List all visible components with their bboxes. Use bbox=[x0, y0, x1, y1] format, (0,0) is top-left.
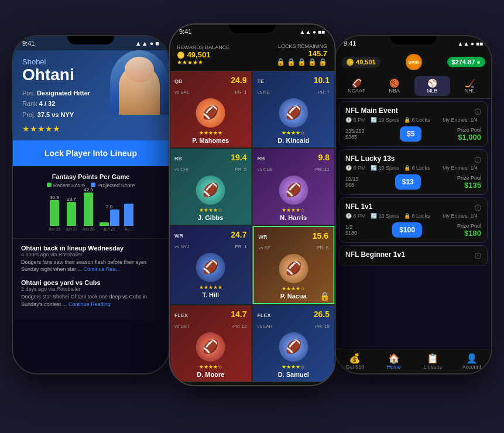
account-icon: 👤 bbox=[452, 353, 492, 364]
news-meta-1: 4 hours ago via Rotoballer bbox=[21, 252, 160, 257]
enter-btn-1[interactable]: $5 bbox=[400, 126, 421, 142]
left-phone: 9:41 ▲▲ ● ■ Shohei Ohtani Pos. Designate… bbox=[12, 35, 170, 374]
player-card-kincaid[interactable]: TEvs NE 10.1PR: 7 🏈 ★★★★☆ D. Kincaid bbox=[253, 71, 335, 147]
locks-icons: 🔒 🔒 🔒 🔒 🔒 bbox=[276, 58, 327, 66]
nhl-icon: 🏒 bbox=[454, 78, 487, 88]
avatar-kincaid: 🏈 bbox=[279, 98, 308, 128]
enter-btn-3[interactable]: $100 bbox=[392, 222, 422, 238]
mlb-icon: ⚾ bbox=[416, 78, 449, 88]
locks-label: Locks Remaining bbox=[278, 43, 327, 49]
lock-4: 🔒 bbox=[308, 58, 317, 66]
contest-main-event: NFL Main Event ⓘ 🕐 6 PM 🔄 10 Spins 🔒 6 L… bbox=[339, 101, 488, 147]
avatar-nacua: 🏈 bbox=[279, 254, 308, 283]
contest-meta-2: 🕐 6 PM 🔄 10 Spins 🔒 6 Locks My Entries: … bbox=[345, 165, 481, 171]
contest-1v1: NFL 1v1 ⓘ 🕐 6 PM 🔄 10 Spins 🔒 6 Locks My… bbox=[339, 197, 488, 243]
contest-title-3: NFL 1v1 bbox=[345, 202, 372, 211]
contest-row-3: 1/2 $180 $100 Prize Pool $180 bbox=[345, 222, 481, 238]
player-stars: ★★★★★ bbox=[22, 124, 159, 133]
lineups-icon: 📋 bbox=[413, 353, 452, 364]
nav-account[interactable]: 👤 Account bbox=[452, 353, 492, 370]
info-icon-4[interactable]: ⓘ bbox=[475, 252, 481, 260]
right-top-bar: 🪙 49,501 SPIN $274.87 ● bbox=[335, 50, 491, 74]
news-body-1: Dodgers fans saw their season flash befo… bbox=[21, 259, 160, 273]
sport-tabs: 🏈 NCAAF 🏀 NBA ⚾ MLB 🏒 NHL bbox=[335, 74, 491, 99]
nav-lineups[interactable]: 📋 Lineups bbox=[413, 353, 452, 370]
contest-row-1: 235/250 $265 $5 Prize Pool $1,000 bbox=[345, 126, 481, 142]
news-meta-2: 2 days ago via Rotoballer bbox=[21, 286, 160, 292]
tab-mlb[interactable]: ⚾ MLB bbox=[414, 76, 450, 96]
player-card-samuel[interactable]: FLEXvs LAR 26.5PR: 19 🏈 ★★★★☆ D. Samuel bbox=[253, 305, 335, 382]
player-image bbox=[104, 50, 169, 121]
right-phone: 9:41 ▲▲ ● ■■ 🪙 49,501 SPIN $274.87 ● 🏈 N… bbox=[334, 35, 492, 374]
player-card-hill[interactable]: WRvs NYJ 24.7PR: 1 🏈 ★★★★★ T. Hill bbox=[170, 226, 252, 304]
rewards-block: Rewards Balance 🪙 49,501 ★★★★★ bbox=[177, 44, 229, 66]
player-card-gibbs[interactable]: RBvs CHI 19.4PR: 5 🏈 ★★★★☆ J. Gibbs bbox=[170, 149, 252, 225]
contest-meta-1: 🕐 6 PM 🔄 10 Spins 🔒 6 Locks My Entries: … bbox=[345, 117, 481, 123]
player-grid: QBvs BAL 24.9PR: 1 🏈 ★★★★★ P. Mahomes TE… bbox=[170, 71, 334, 382]
ncaaf-icon: 🏈 bbox=[340, 78, 373, 88]
contest-title-2: NFL Lucky 13s bbox=[345, 154, 395, 163]
avatar-harris: 🏈 bbox=[279, 176, 308, 205]
contest-title-1: NFL Main Event bbox=[345, 106, 398, 115]
news-item-2: Ohtani goes yard vs Cubs 2 days ago via … bbox=[21, 279, 160, 308]
news-section: Ohtani back in lineup Wednesday 4 hours … bbox=[13, 238, 169, 319]
wallet-chip: $274.87 ● bbox=[447, 57, 485, 67]
left-time: 9:41 bbox=[22, 40, 35, 47]
contest-section: NFL Main Event ⓘ 🕐 6 PM 🔄 10 Spins 🔒 6 L… bbox=[335, 99, 491, 349]
news-title-2: Ohtani goes yard vs Cubs bbox=[21, 279, 160, 286]
contest-row-2: 10/13 $68 $13 Prize Pool $135 bbox=[345, 174, 481, 190]
player-card-nacua[interactable]: WRvs SF 15.6PR: 8 🏈 ★★★★☆ P. Nacua 🔒 bbox=[253, 226, 335, 304]
left-icons: ▲▲ ● ■ bbox=[135, 40, 159, 47]
enter-btn-2[interactable]: $13 bbox=[395, 174, 421, 190]
contest-title-4: NFL Beginner 1v1 bbox=[345, 250, 405, 259]
nba-icon: 🏀 bbox=[378, 78, 412, 88]
right-bottom-nav: 💰 Get $10 🏠 Home 📋 Lineups 👤 Account bbox=[335, 349, 491, 373]
center-bottom-bar: Lock Lineup 6 SPINS LEFT Contest Info bbox=[170, 382, 334, 385]
chart-title: Fantasy Points Per Game bbox=[21, 173, 160, 180]
avatar-mahomes: 🏈 bbox=[196, 98, 225, 128]
tab-nba[interactable]: 🏀 NBA bbox=[377, 76, 413, 96]
rewards-value: 🪙 49,501 bbox=[177, 50, 229, 59]
legend-projected: Projected Score bbox=[97, 183, 135, 188]
locks-block: Locks Remaining 145.7 🔒 🔒 🔒 🔒 🔒 bbox=[276, 43, 327, 66]
get10-icon: 💰 bbox=[335, 353, 375, 364]
spin-logo: SPIN bbox=[406, 54, 422, 70]
lock-5: 🔒 bbox=[318, 58, 327, 66]
news-title-1: Ohtani back in lineup Wednesday bbox=[21, 245, 160, 252]
center-phone: 9:41 ▲▲ ● ■■ Rewards Balance 🪙 49,501 ★★… bbox=[169, 23, 335, 386]
lock-icon-nacua: 🔒 bbox=[320, 291, 330, 301]
lock-1: 🔒 bbox=[276, 58, 285, 66]
home-icon: 🏠 bbox=[375, 353, 414, 364]
center-header: Rewards Balance 🪙 49,501 ★★★★★ Locks Rem… bbox=[170, 39, 334, 71]
rewards-label: Rewards Balance bbox=[177, 44, 229, 50]
avatar-hill: 🏈 bbox=[196, 253, 225, 282]
tab-ncaaf[interactable]: 🏈 NCAAF bbox=[339, 76, 375, 96]
news-item-1: Ohtani back in lineup Wednesday 4 hours … bbox=[21, 245, 160, 273]
nav-get10[interactable]: 💰 Get $10 bbox=[335, 353, 375, 370]
locks-value: 145.7 bbox=[308, 49, 327, 58]
chart-bars: 30.9 Jun 25 28.7 Jun 27 42.9 bbox=[21, 193, 160, 231]
news-body-2: Dodgers star Shohei Ohtani took one deep… bbox=[21, 293, 160, 308]
info-icon-1[interactable]: ⓘ bbox=[475, 108, 481, 116]
lock-3: 🔒 bbox=[297, 58, 306, 66]
avatar-moore: 🏈 bbox=[196, 332, 225, 362]
nav-home[interactable]: 🏠 Home bbox=[375, 353, 414, 370]
tab-nhl[interactable]: 🏒 NHL bbox=[452, 76, 488, 96]
center-icons: ▲▲ ● ■■ bbox=[300, 29, 325, 35]
player-card-harris[interactable]: RBvs CLE 9.8PR: 11 🏈 ★★★★☆ N. Harris bbox=[253, 149, 335, 225]
avatar-gibbs: 🏈 bbox=[196, 176, 225, 205]
contest-beginner-1v1: NFL Beginner 1v1 ⓘ bbox=[339, 245, 488, 266]
lock-2: 🔒 bbox=[287, 58, 296, 66]
info-icon-3[interactable]: ⓘ bbox=[475, 204, 481, 212]
read-more-1[interactable]: Continue Rea... bbox=[84, 266, 121, 272]
player-card-mahomes[interactable]: QBvs BAL 24.9PR: 1 🏈 ★★★★★ P. Mahomes bbox=[170, 71, 252, 147]
info-icon-2[interactable]: ⓘ bbox=[475, 156, 481, 164]
right-icons: ▲▲ ● ■■ bbox=[458, 40, 483, 47]
legend-recent: Recent Score bbox=[53, 183, 85, 188]
read-more-2[interactable]: Continue Reading bbox=[68, 301, 111, 307]
balance-chip: 🪙 49,501 bbox=[341, 57, 380, 68]
contest-meta-3: 🕐 6 PM 🔄 10 Spins 🔒 6 Locks My Entries: … bbox=[345, 213, 481, 219]
player-card-moore[interactable]: FLEXvs DET 14.7PR: 12 🏈 ★★★★☆ D. Moore bbox=[170, 305, 252, 382]
lock-player-btn[interactable]: Lock Player Into Lineup bbox=[13, 140, 169, 166]
contest-lucky-13s: NFL Lucky 13s ⓘ 🕐 6 PM 🔄 10 Spins 🔒 6 Lo… bbox=[339, 149, 488, 195]
